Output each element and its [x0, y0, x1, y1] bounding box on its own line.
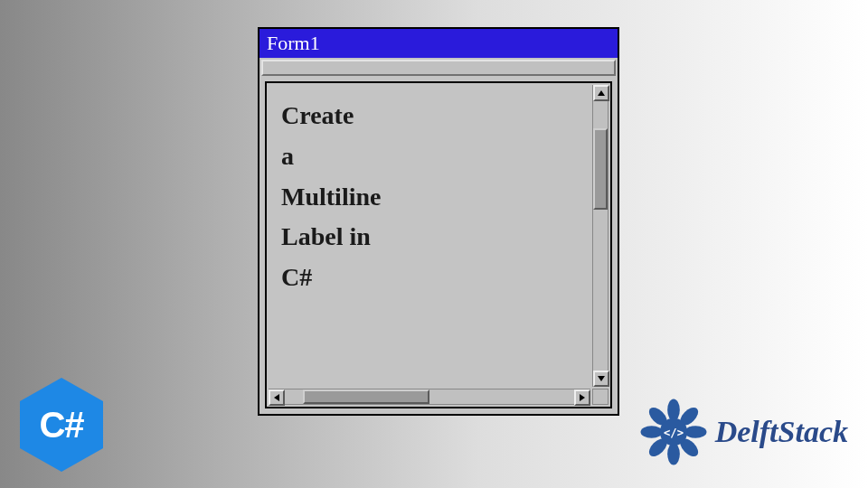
chevron-up-icon — [598, 90, 605, 96]
vscroll-track[interactable] — [593, 101, 608, 371]
multiline-label: Create a Multiline Label in C# — [270, 87, 590, 307]
delftstack-emblem-icon: </> — [639, 398, 708, 466]
hexagon-icon: C# — [20, 378, 103, 472]
scroll-up-button[interactable] — [593, 85, 609, 101]
scroll-corner — [592, 389, 609, 405]
csharp-text: C# — [39, 405, 83, 446]
menubar — [261, 60, 616, 76]
scroll-right-button[interactable] — [574, 389, 590, 406]
hscroll-track[interactable] — [285, 389, 574, 404]
svg-point-0 — [667, 399, 680, 421]
hscroll-thumb[interactable] — [303, 389, 429, 404]
chevron-down-icon — [598, 376, 605, 381]
chevron-right-icon — [580, 394, 585, 401]
titlebar[interactable]: Form1 — [259, 29, 618, 58]
window-title: Form1 — [267, 32, 320, 55]
delftstack-logo: </> DelftStack — [639, 398, 848, 466]
form-window: Form1 Create a Multiline Label in C# — [258, 27, 619, 416]
chevron-left-icon — [274, 394, 279, 401]
client-area: Create a Multiline Label in C# — [265, 81, 612, 408]
horizontal-scrollbar[interactable] — [269, 389, 590, 405]
svg-point-6 — [640, 426, 662, 438]
csharp-badge: C# — [20, 378, 103, 472]
vertical-scrollbar[interactable] — [592, 85, 609, 387]
scroll-left-button[interactable] — [269, 389, 285, 406]
scroll-down-button[interactable] — [593, 371, 609, 387]
svg-text:</>: </> — [664, 427, 684, 439]
svg-point-2 — [684, 426, 706, 438]
vscroll-thumb[interactable] — [593, 128, 608, 210]
content-area: Create a Multiline Label in C# — [270, 87, 590, 387]
delftstack-text: DelftStack — [715, 415, 848, 449]
svg-point-4 — [667, 443, 680, 465]
